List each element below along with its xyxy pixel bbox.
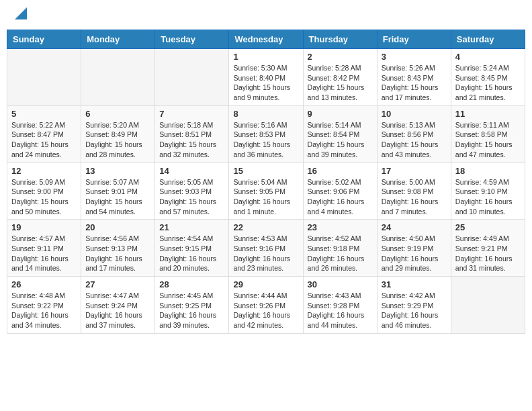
calendar-header-row: SundayMondayTuesdayWednesdayThursdayFrid… — [7, 30, 525, 49]
calendar-cell: 27Sunrise: 4:47 AM Sunset: 9:24 PM Dayli… — [81, 277, 155, 334]
day-info: Sunrise: 4:52 AM Sunset: 9:18 PM Dayligh… — [308, 234, 373, 273]
day-info: Sunrise: 4:59 AM Sunset: 9:10 PM Dayligh… — [455, 177, 521, 217]
day-number: 7 — [159, 109, 224, 119]
day-number: 26 — [11, 279, 77, 289]
calendar-cell — [155, 49, 229, 106]
calendar-cell: 22Sunrise: 4:53 AM Sunset: 9:16 PM Dayli… — [229, 220, 303, 277]
day-number: 5 — [11, 109, 77, 119]
day-info: Sunrise: 5:30 AM Sunset: 8:40 PM Dayligh… — [233, 63, 298, 103]
calendar-cell: 12Sunrise: 5:09 AM Sunset: 9:00 PM Dayli… — [7, 163, 81, 220]
day-number: 18 — [455, 166, 521, 176]
calendar-cell: 18Sunrise: 4:59 AM Sunset: 9:10 PM Dayli… — [451, 163, 525, 220]
day-number: 24 — [382, 222, 447, 232]
day-number: 27 — [85, 279, 150, 289]
day-number: 23 — [308, 222, 373, 232]
day-number: 4 — [455, 52, 521, 62]
day-number: 12 — [11, 166, 77, 176]
calendar-cell: 2Sunrise: 5:28 AM Sunset: 8:42 PM Daylig… — [303, 49, 377, 106]
day-info: Sunrise: 4:56 AM Sunset: 9:13 PM Dayligh… — [85, 234, 150, 273]
calendar-cell: 26Sunrise: 4:48 AM Sunset: 9:22 PM Dayli… — [7, 277, 81, 334]
calendar-cell: 1Sunrise: 5:30 AM Sunset: 8:40 PM Daylig… — [229, 49, 303, 106]
calendar-week-row: 19Sunrise: 4:57 AM Sunset: 9:11 PM Dayli… — [7, 220, 525, 277]
day-number: 30 — [308, 279, 373, 289]
day-info: Sunrise: 5:05 AM Sunset: 9:03 PM Dayligh… — [159, 177, 224, 217]
calendar-cell: 24Sunrise: 4:50 AM Sunset: 9:19 PM Dayli… — [377, 220, 451, 277]
svg-marker-0 — [15, 7, 27, 19]
calendar-cell: 21Sunrise: 4:54 AM Sunset: 9:15 PM Dayli… — [155, 220, 229, 277]
logo-triangle-icon — [15, 7, 27, 19]
column-header-wednesday: Wednesday — [229, 30, 303, 49]
day-number: 14 — [159, 166, 224, 176]
page-header — [7, 7, 525, 23]
calendar-cell: 28Sunrise: 4:45 AM Sunset: 9:25 PM Dayli… — [155, 277, 229, 334]
column-header-friday: Friday — [377, 30, 451, 49]
calendar-cell: 23Sunrise: 4:52 AM Sunset: 9:18 PM Dayli… — [303, 220, 377, 277]
day-number: 17 — [382, 166, 447, 176]
day-info: Sunrise: 5:26 AM Sunset: 8:43 PM Dayligh… — [382, 63, 447, 103]
calendar-cell: 9Sunrise: 5:14 AM Sunset: 8:54 PM Daylig… — [303, 105, 377, 163]
calendar-cell: 6Sunrise: 5:20 AM Sunset: 8:49 PM Daylig… — [81, 105, 155, 163]
calendar-cell: 17Sunrise: 5:00 AM Sunset: 9:08 PM Dayli… — [377, 163, 451, 220]
day-info: Sunrise: 5:13 AM Sunset: 8:56 PM Dayligh… — [382, 120, 447, 160]
calendar-cell: 25Sunrise: 4:49 AM Sunset: 9:21 PM Dayli… — [451, 220, 525, 277]
calendar-cell: 19Sunrise: 4:57 AM Sunset: 9:11 PM Dayli… — [7, 220, 81, 277]
day-number: 21 — [159, 222, 224, 232]
day-number: 25 — [455, 222, 521, 232]
calendar-cell: 7Sunrise: 5:18 AM Sunset: 8:51 PM Daylig… — [155, 105, 229, 163]
calendar-week-row: 5Sunrise: 5:22 AM Sunset: 8:47 PM Daylig… — [7, 105, 525, 163]
day-info: Sunrise: 5:28 AM Sunset: 8:42 PM Dayligh… — [308, 63, 373, 103]
column-header-tuesday: Tuesday — [155, 30, 229, 49]
day-number: 22 — [233, 222, 298, 232]
day-info: Sunrise: 4:44 AM Sunset: 9:26 PM Dayligh… — [233, 291, 298, 330]
day-info: Sunrise: 5:20 AM Sunset: 8:49 PM Dayligh… — [85, 120, 150, 160]
day-info: Sunrise: 5:07 AM Sunset: 9:01 PM Dayligh… — [85, 177, 150, 217]
day-info: Sunrise: 4:57 AM Sunset: 9:11 PM Dayligh… — [11, 234, 77, 273]
day-number: 6 — [85, 109, 150, 119]
calendar-week-row: 1Sunrise: 5:30 AM Sunset: 8:40 PM Daylig… — [7, 49, 525, 106]
day-number: 29 — [233, 279, 298, 289]
calendar-cell: 3Sunrise: 5:26 AM Sunset: 8:43 PM Daylig… — [377, 49, 451, 106]
calendar-cell: 30Sunrise: 4:43 AM Sunset: 9:28 PM Dayli… — [303, 277, 377, 334]
day-info: Sunrise: 4:54 AM Sunset: 9:15 PM Dayligh… — [159, 234, 224, 273]
calendar-cell: 14Sunrise: 5:05 AM Sunset: 9:03 PM Dayli… — [155, 163, 229, 220]
calendar-table: SundayMondayTuesdayWednesdayThursdayFrid… — [7, 30, 525, 334]
day-info: Sunrise: 4:50 AM Sunset: 9:19 PM Dayligh… — [382, 234, 447, 273]
calendar-cell: 16Sunrise: 5:02 AM Sunset: 9:06 PM Dayli… — [303, 163, 377, 220]
day-number: 13 — [85, 166, 150, 176]
day-info: Sunrise: 4:45 AM Sunset: 9:25 PM Dayligh… — [159, 291, 224, 330]
calendar-cell: 5Sunrise: 5:22 AM Sunset: 8:47 PM Daylig… — [7, 105, 81, 163]
day-info: Sunrise: 5:22 AM Sunset: 8:47 PM Dayligh… — [11, 120, 77, 160]
day-info: Sunrise: 5:02 AM Sunset: 9:06 PM Dayligh… — [308, 177, 373, 217]
day-number: 3 — [382, 52, 447, 62]
day-info: Sunrise: 4:53 AM Sunset: 9:16 PM Dayligh… — [233, 234, 298, 273]
day-number: 19 — [11, 222, 77, 232]
day-info: Sunrise: 5:11 AM Sunset: 8:58 PM Dayligh… — [455, 120, 521, 160]
day-info: Sunrise: 5:18 AM Sunset: 8:51 PM Dayligh… — [159, 120, 224, 160]
column-header-monday: Monday — [81, 30, 155, 49]
day-number: 10 — [382, 109, 447, 119]
day-info: Sunrise: 4:42 AM Sunset: 9:29 PM Dayligh… — [382, 291, 447, 330]
calendar-cell: 15Sunrise: 5:04 AM Sunset: 9:05 PM Dayli… — [229, 163, 303, 220]
day-number: 9 — [308, 109, 373, 119]
day-number: 1 — [233, 52, 298, 62]
calendar-cell: 10Sunrise: 5:13 AM Sunset: 8:56 PM Dayli… — [377, 105, 451, 163]
calendar-cell: 13Sunrise: 5:07 AM Sunset: 9:01 PM Dayli… — [81, 163, 155, 220]
calendar-cell: 4Sunrise: 5:24 AM Sunset: 8:45 PM Daylig… — [451, 49, 525, 106]
day-number: 11 — [455, 109, 521, 119]
day-number: 15 — [233, 166, 298, 176]
day-info: Sunrise: 4:47 AM Sunset: 9:24 PM Dayligh… — [85, 291, 150, 330]
day-info: Sunrise: 5:04 AM Sunset: 9:05 PM Dayligh… — [233, 177, 298, 217]
calendar-cell — [7, 49, 81, 106]
calendar-cell: 8Sunrise: 5:16 AM Sunset: 8:53 PM Daylig… — [229, 105, 303, 163]
day-number: 2 — [308, 52, 373, 62]
day-number: 8 — [233, 109, 298, 119]
calendar-cell: 31Sunrise: 4:42 AM Sunset: 9:29 PM Dayli… — [377, 277, 451, 334]
calendar-week-row: 12Sunrise: 5:09 AM Sunset: 9:00 PM Dayli… — [7, 163, 525, 220]
calendar-cell — [81, 49, 155, 106]
day-info: Sunrise: 5:09 AM Sunset: 9:00 PM Dayligh… — [11, 177, 77, 217]
column-header-saturday: Saturday — [451, 30, 525, 49]
day-number: 31 — [382, 279, 447, 289]
day-number: 28 — [159, 279, 224, 289]
day-info: Sunrise: 5:16 AM Sunset: 8:53 PM Dayligh… — [233, 120, 298, 160]
calendar-cell: 29Sunrise: 4:44 AM Sunset: 9:26 PM Dayli… — [229, 277, 303, 334]
